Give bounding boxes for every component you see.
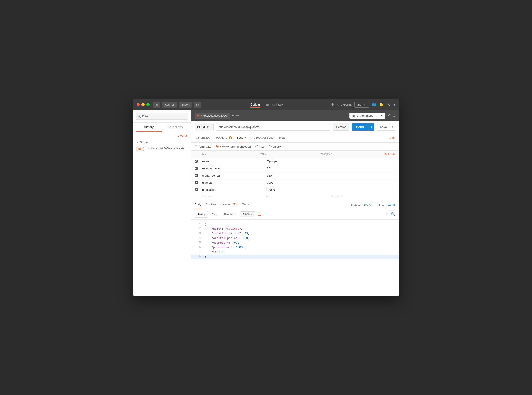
maximize-button[interactable] bbox=[146, 103, 149, 106]
new-key-row: New key Value Description bbox=[191, 193, 399, 200]
code-line-6: 6 "population": 13000, bbox=[191, 245, 399, 250]
today-label: Today bbox=[140, 141, 148, 144]
json-format-dropdown[interactable]: JSON ▾ bbox=[240, 211, 255, 217]
send-button[interactable]: Send bbox=[352, 123, 368, 131]
globe-icon[interactable]: 🌐 bbox=[372, 102, 376, 107]
response-section: Body Cookies Headers (12) Tests Status: … bbox=[191, 200, 399, 296]
code-line-4: 4 "orbital_period": 520, bbox=[191, 236, 399, 241]
row-4-checkbox[interactable] bbox=[195, 181, 198, 184]
response-status: Status: 200 OK Time: 52 ms bbox=[351, 203, 395, 206]
sign-in-button[interactable]: Sign In bbox=[354, 102, 369, 108]
nav-tabs: Builder Team Library bbox=[203, 102, 331, 108]
minimize-button[interactable] bbox=[142, 103, 145, 106]
sidebar-toggle-button[interactable]: ⊞ bbox=[153, 102, 160, 108]
collections-tab[interactable]: Collections bbox=[162, 122, 188, 132]
resp-tests-tab[interactable]: Tests bbox=[242, 200, 249, 209]
description-header: Description bbox=[319, 152, 378, 156]
code-button[interactable]: Code bbox=[389, 136, 395, 139]
close-button[interactable] bbox=[137, 103, 140, 106]
sidebar: 🔍 History Collections Clear all ▼ Today … bbox=[133, 110, 191, 296]
tab-dot bbox=[197, 115, 199, 116]
time-label: Time: bbox=[377, 203, 384, 206]
save-dropdown-button[interactable]: ▾ bbox=[390, 123, 395, 131]
url-bar: http://localhost:3000/ + ··· No Environm… bbox=[191, 110, 399, 121]
history-tab[interactable]: History bbox=[136, 122, 162, 132]
body-tab[interactable]: Body bbox=[236, 133, 246, 142]
wrench-icon[interactable]: 🔧 bbox=[386, 102, 391, 107]
chevron-down-icon: ▾ bbox=[381, 114, 383, 117]
toolbar-right: ⚙ ◎ OFFLINE Sign In 🌐 🔔 🔧 ♥ bbox=[331, 102, 395, 108]
form-table-header: Key Value Description ··· Bulk Edit bbox=[191, 151, 399, 158]
row-5-checkbox[interactable] bbox=[195, 188, 198, 191]
authorization-tab[interactable]: Authorization bbox=[195, 133, 212, 142]
pretty-button[interactable]: Pretty bbox=[195, 211, 208, 218]
method-label: POST bbox=[197, 125, 206, 129]
team-library-tab[interactable]: Team Library bbox=[266, 102, 284, 108]
row-1-checkbox[interactable] bbox=[195, 159, 198, 163]
row-3-value: 520 bbox=[266, 173, 331, 178]
search-response-icon[interactable]: 🔍 bbox=[391, 212, 395, 216]
url-input[interactable] bbox=[216, 123, 330, 131]
table-row: orbital_period 520 bbox=[191, 172, 399, 179]
clear-all-button[interactable]: Clear all bbox=[177, 134, 188, 137]
import-button[interactable]: Import bbox=[179, 102, 192, 108]
tests-tab[interactable]: Tests bbox=[279, 133, 285, 142]
add-tab-button[interactable]: + bbox=[232, 114, 234, 118]
binary-radio[interactable] bbox=[269, 145, 272, 148]
more-icon: ··· bbox=[378, 152, 380, 156]
binary-option[interactable]: binary bbox=[269, 145, 281, 148]
row-3-key: orbital_period bbox=[201, 173, 266, 178]
history-item[interactable]: POST http://localhost:3000/api/plan ets bbox=[136, 146, 188, 152]
save-button[interactable]: Save bbox=[377, 123, 390, 131]
environment-selector[interactable]: No Environment ▾ bbox=[350, 113, 385, 119]
response-body-tab[interactable]: Body bbox=[195, 200, 201, 209]
row-2-checkbox[interactable] bbox=[195, 167, 198, 170]
offline-status: ◎ OFFLINE bbox=[337, 103, 352, 106]
new-tab-button[interactable]: ⊡ bbox=[194, 102, 201, 108]
url-bar-actions: + ··· bbox=[232, 114, 239, 118]
raw-button[interactable]: Raw bbox=[209, 211, 220, 218]
row-2-key: rotation_period bbox=[201, 166, 266, 170]
eye-icon[interactable]: 👁 bbox=[387, 114, 390, 118]
method-select[interactable]: POST ▾ bbox=[195, 123, 214, 131]
search-input[interactable] bbox=[136, 113, 188, 120]
x-www-radio[interactable] bbox=[216, 145, 219, 148]
send-dropdown-button[interactable]: ▾ bbox=[368, 123, 374, 131]
x-www-option[interactable]: x-www-form-urlencoded bbox=[216, 145, 251, 148]
copy-icon[interactable]: ⧉ bbox=[386, 212, 388, 216]
code-line-8: 8 } bbox=[191, 255, 399, 259]
json-label: JSON bbox=[243, 213, 250, 216]
raw-option[interactable]: raw bbox=[255, 145, 264, 148]
builder-tab[interactable]: Builder bbox=[250, 102, 260, 108]
form-data-option[interactable]: form-data bbox=[195, 145, 211, 148]
preview-button[interactable]: Preview bbox=[221, 211, 237, 218]
cookies-tab[interactable]: Cookies bbox=[206, 200, 216, 209]
heart-icon[interactable]: ♥ bbox=[393, 103, 396, 107]
json-chevron: ▾ bbox=[251, 213, 253, 216]
response-headers-tab[interactable]: Headers (12) bbox=[221, 200, 238, 209]
settings-icon[interactable]: ⚙ bbox=[392, 114, 395, 118]
params-button[interactable]: Params bbox=[333, 123, 350, 131]
wrap-icon[interactable]: ☰ bbox=[258, 212, 261, 217]
runner-button[interactable]: Runner bbox=[162, 102, 177, 108]
row-2-desc bbox=[331, 168, 395, 169]
offline-label: OFFLINE bbox=[340, 103, 352, 106]
table-row: name Cyclops bbox=[191, 158, 399, 165]
row-3-checkbox[interactable] bbox=[195, 174, 198, 177]
headers-label: Headers bbox=[216, 136, 227, 139]
raw-radio[interactable] bbox=[255, 145, 258, 148]
radar-icon[interactable]: ⚙ bbox=[331, 102, 334, 107]
url-tab-pill[interactable]: http://localhost:3000/ bbox=[195, 113, 230, 119]
bulk-edit-button[interactable]: Bulk Edit bbox=[384, 152, 395, 156]
pre-request-tab[interactable]: Pre-request Script bbox=[251, 133, 274, 142]
resp-headers-badge: (12) bbox=[233, 203, 237, 206]
save-button-group: Save ▾ bbox=[377, 123, 395, 131]
send-button-group: Send ▾ bbox=[352, 123, 374, 131]
sidebar-actions: Clear all bbox=[133, 132, 191, 139]
bell-icon[interactable]: 🔔 bbox=[379, 102, 384, 107]
environment-label: No Environment bbox=[352, 114, 373, 117]
form-data-radio[interactable] bbox=[195, 145, 197, 148]
more-tabs-button[interactable]: ··· bbox=[236, 114, 239, 118]
headers-tab[interactable]: Headers 1 bbox=[216, 133, 232, 142]
main-content: 🔍 History Collections Clear all ▼ Today … bbox=[133, 110, 399, 296]
